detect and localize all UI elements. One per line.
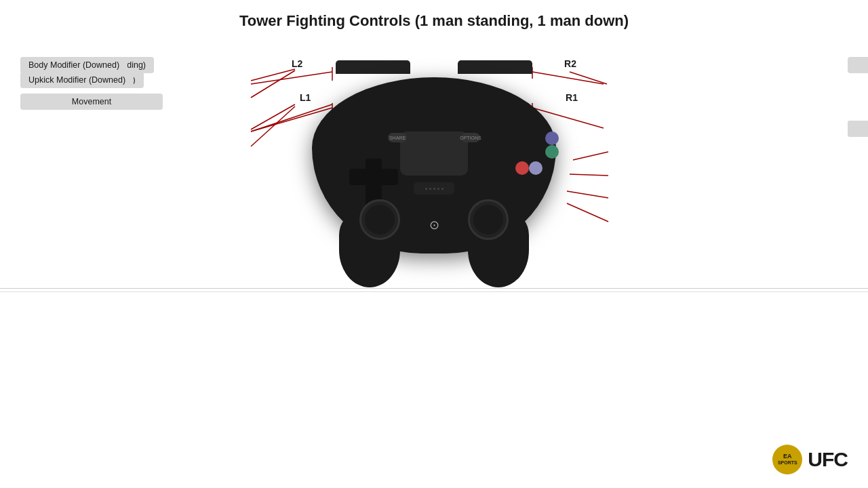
playstation-logo: ⊙ <box>426 217 442 233</box>
r1-label: R1 <box>566 92 578 103</box>
separator <box>0 288 868 289</box>
triangle-button[interactable] <box>545 145 559 159</box>
page-title: Tower Fighting Controls (1 man standing,… <box>0 0 868 30</box>
controller-image: SHARE OPTIONS <box>305 50 563 281</box>
svg-line-10 <box>251 70 295 98</box>
circle-button[interactable] <box>515 161 529 175</box>
left-analog-stick[interactable] <box>359 199 400 240</box>
right-analog-stick[interactable] <box>468 199 509 240</box>
svg-line-17 <box>567 203 608 222</box>
block-label: Block (Both) <box>848 57 868 73</box>
shoulder-right <box>458 60 532 74</box>
svg-line-12 <box>251 106 295 146</box>
cross-button[interactable] <box>545 131 559 145</box>
svg-line-16 <box>567 191 608 198</box>
logo-area: EA SPORTS UFC <box>772 445 848 474</box>
bottom-section: Downed Ground Moves R <box>0 291 868 488</box>
svg-line-11 <box>251 104 295 129</box>
svg-line-14 <box>573 152 608 160</box>
speaker <box>414 182 454 195</box>
svg-line-13 <box>570 72 607 84</box>
l2-label: L2 <box>292 58 302 69</box>
ea-sports-logo: EA SPORTS <box>772 445 802 474</box>
touchpad <box>400 131 468 176</box>
body-modifier-label: Body Modifier (Downed) <box>20 57 127 73</box>
controller-section: Dive Punch Modifier (Standing) Body Modi… <box>0 30 868 314</box>
ufc-logo: UFC <box>808 448 848 471</box>
options-button[interactable]: OPTIONS <box>461 133 480 142</box>
movement-label: Movement <box>20 94 163 110</box>
share-button[interactable]: SHARE <box>388 133 407 142</box>
svg-line-15 <box>570 174 608 176</box>
left-thigh-label: Left Thigh Kick (Both) <box>848 121 868 137</box>
r2-label: R2 <box>564 58 576 69</box>
square-button[interactable] <box>529 161 542 175</box>
controller-body: SHARE OPTIONS <box>312 77 556 253</box>
svg-line-9 <box>251 69 295 81</box>
shoulder-left <box>336 60 410 74</box>
upkick-label: Upkick Modifier (Downed) <box>20 72 134 88</box>
